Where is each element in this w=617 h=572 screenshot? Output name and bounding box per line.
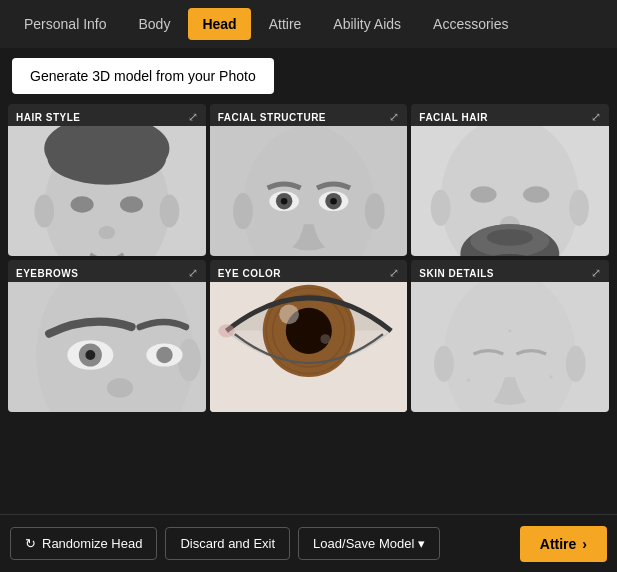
- nav-attire[interactable]: Attire: [255, 8, 316, 40]
- randomize-head-button[interactable]: ↻ Randomize Head: [10, 527, 157, 560]
- loadsave-chevron-icon: ▾: [418, 536, 425, 551]
- eye-color-header: EYE COLOR ⤢: [210, 260, 408, 282]
- eye-color-expand-icon[interactable]: ⤢: [389, 266, 399, 280]
- nav-personal-info[interactable]: Personal Info: [10, 8, 121, 40]
- skin-details-header: SKIN DETAILS ⤢: [411, 260, 609, 282]
- svg-point-45: [320, 334, 330, 344]
- skin-details-preview[interactable]: [411, 282, 609, 412]
- attire-arrow-icon: ›: [582, 536, 587, 552]
- load-save-button[interactable]: Load/Save Model ▾: [298, 527, 440, 560]
- hair-style-label: HAIR STYLE: [16, 112, 80, 123]
- facial-structure-header: FACIAL STRUCTURE ⤢: [210, 104, 408, 126]
- eyebrows-header: EYEBROWS ⤢: [8, 260, 206, 282]
- hair-style-preview[interactable]: [8, 126, 206, 256]
- bottom-bar: ↻ Randomize Head Discard and Exit Load/S…: [0, 514, 617, 572]
- eye-color-label: EYE COLOR: [218, 268, 281, 279]
- svg-point-28: [487, 229, 533, 245]
- eyebrows-preview[interactable]: [8, 282, 206, 412]
- facial-structure-preview[interactable]: [210, 126, 408, 256]
- svg-point-38: [107, 378, 133, 398]
- loadsave-label: Load/Save Model: [313, 536, 414, 551]
- svg-point-35: [85, 350, 95, 360]
- facial-hair-expand-icon[interactable]: ⤢: [591, 110, 601, 124]
- facial-hair-header: FACIAL HAIR ⤢: [411, 104, 609, 126]
- svg-point-21: [431, 189, 451, 225]
- eye-color-preview[interactable]: [210, 282, 408, 412]
- eye-color-svg: [210, 282, 408, 412]
- svg-point-49: [434, 345, 454, 381]
- svg-point-12: [364, 193, 384, 229]
- svg-point-52: [550, 375, 553, 378]
- nav-head[interactable]: Head: [188, 8, 250, 40]
- skin-details-label: SKIN DETAILS: [419, 268, 494, 279]
- facial-structure-expand-icon[interactable]: ⤢: [389, 110, 399, 124]
- svg-point-22: [569, 189, 589, 225]
- facial-structure-label: FACIAL STRUCTURE: [218, 112, 326, 123]
- svg-point-5: [160, 194, 180, 227]
- svg-point-46: [218, 324, 234, 337]
- svg-point-53: [509, 329, 512, 332]
- skin-details-svg: [411, 282, 609, 412]
- nav-accessories[interactable]: Accessories: [419, 8, 522, 40]
- generate-3d-button[interactable]: Generate 3D model from your Photo: [12, 58, 274, 94]
- svg-point-18: [330, 198, 337, 205]
- eye-color-card: EYE COLOR ⤢: [210, 260, 408, 412]
- nav-body[interactable]: Body: [125, 8, 185, 40]
- facial-structure-svg: [210, 126, 408, 256]
- hair-style-expand-icon[interactable]: ⤢: [188, 110, 198, 124]
- eyebrows-expand-icon[interactable]: ⤢: [188, 266, 198, 280]
- svg-point-6: [71, 196, 94, 212]
- svg-point-51: [467, 378, 470, 381]
- eyebrows-card: EYEBROWS ⤢: [8, 260, 206, 412]
- svg-point-44: [279, 304, 299, 324]
- generate-row: Generate 3D model from your Photo: [0, 48, 617, 104]
- eyebrows-svg: [8, 282, 206, 412]
- svg-point-24: [523, 186, 549, 202]
- svg-point-7: [120, 196, 143, 212]
- svg-point-11: [233, 193, 253, 229]
- attire-button[interactable]: Attire ›: [520, 526, 607, 562]
- randomize-icon: ↻: [25, 536, 36, 551]
- facial-hair-card: FACIAL HAIR ⤢: [411, 104, 609, 256]
- svg-point-50: [566, 345, 586, 381]
- eyebrows-label: EYEBROWS: [16, 268, 78, 279]
- facial-structure-card: FACIAL STRUCTURE ⤢: [210, 104, 408, 256]
- svg-point-8: [99, 226, 115, 239]
- customization-grid: HAIR STYLE ⤢: [0, 104, 617, 412]
- hair-style-header: HAIR STYLE ⤢: [8, 104, 206, 126]
- svg-point-37: [156, 347, 172, 363]
- skin-details-expand-icon[interactable]: ⤢: [591, 266, 601, 280]
- hair-style-card: HAIR STYLE ⤢: [8, 104, 206, 256]
- hair-style-svg: [8, 126, 206, 256]
- facial-hair-label: FACIAL HAIR: [419, 112, 488, 123]
- skin-details-card: SKIN DETAILS ⤢: [411, 260, 609, 412]
- svg-point-23: [471, 186, 497, 202]
- nav-ability-aids[interactable]: Ability Aids: [319, 8, 415, 40]
- svg-point-3: [48, 132, 167, 185]
- svg-point-15: [280, 198, 287, 205]
- attire-label: Attire: [540, 536, 577, 552]
- svg-point-4: [34, 194, 54, 227]
- facial-hair-preview[interactable]: [411, 126, 609, 256]
- svg-point-32: [178, 339, 201, 382]
- discard-exit-button[interactable]: Discard and Exit: [165, 527, 290, 560]
- facial-hair-svg: [411, 126, 609, 256]
- top-navigation: Personal Info Body Head Attire Ability A…: [0, 0, 617, 48]
- randomize-label: Randomize Head: [42, 536, 142, 551]
